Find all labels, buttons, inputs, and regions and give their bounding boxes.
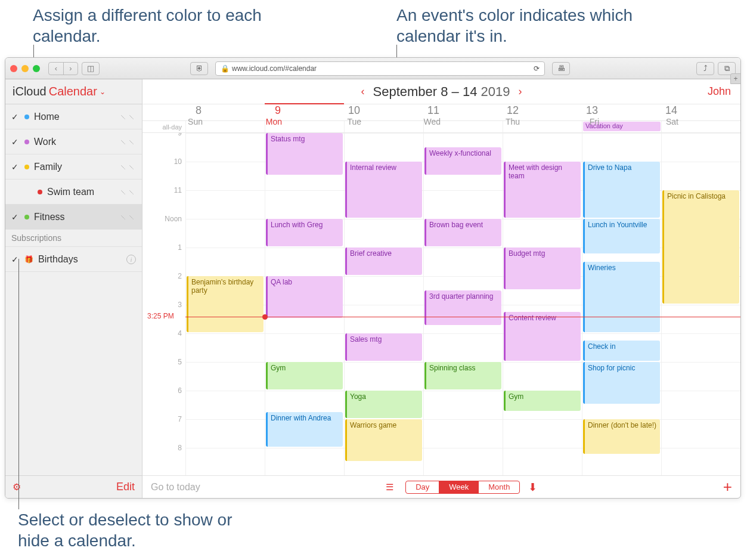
hour-label: 1	[142, 243, 185, 272]
event[interactable]: Status mtg	[266, 133, 343, 175]
day-column[interactable]: Meet with design teamBudget mtgContent r…	[503, 133, 582, 475]
broadcast-icon[interactable]: ⟍⟍	[119, 112, 136, 122]
gear-icon[interactable]: ⚙	[13, 481, 21, 493]
event[interactable]: Warriors game	[345, 419, 422, 461]
edit-button[interactable]: Edit	[116, 481, 135, 493]
calendar-item-family[interactable]: ✓Family⟍⟍	[5, 154, 142, 180]
subscriptions-header: Subscriptions	[5, 230, 142, 247]
minimize-icon[interactable]	[21, 65, 29, 72]
window-controls[interactable]	[10, 65, 40, 72]
calendar-item-work[interactable]: ✓Work⟍⟍	[5, 129, 142, 154]
event[interactable]: Budget mtg	[504, 247, 581, 289]
event[interactable]: Drive to Napa	[583, 162, 660, 218]
day-column[interactable]: Benjamin's birthday party	[185, 133, 265, 475]
event[interactable]: Brown bag event	[424, 219, 501, 246]
event[interactable]: QA lab	[266, 276, 343, 318]
event[interactable]: Picnic in Calistoga	[662, 190, 739, 304]
view-day[interactable]: Day	[406, 481, 439, 493]
sidebar-toggle-icon[interactable]: ◫	[82, 62, 100, 75]
event[interactable]: Benjamin's birthday party	[187, 276, 264, 332]
nav-back-forward[interactable]: ‹ ›	[48, 62, 78, 75]
calendar-name: Family	[34, 162, 62, 172]
callout-assign-color: Assign a different color to each calenda…	[33, 5, 271, 47]
app-switcher[interactable]: iCloud Calendar ⌄	[5, 79, 142, 104]
prev-week-button[interactable]: ‹	[353, 85, 373, 98]
go-to-today-button[interactable]: Go to today	[151, 482, 200, 493]
calendar-name: Fitness	[34, 212, 65, 222]
calendar-item-fitness[interactable]: ✓Fitness⟍⟍	[5, 205, 142, 230]
event[interactable]: Lunch in Yountville	[583, 219, 660, 253]
event[interactable]: Spinning class	[424, 362, 501, 389]
event[interactable]: Sales mtg	[345, 333, 422, 361]
day-header[interactable]: 12 Thu	[503, 104, 582, 120]
hour-label: 6	[142, 386, 185, 415]
event[interactable]: Weekly x-functional	[424, 147, 501, 175]
close-icon[interactable]	[10, 65, 17, 72]
day-column[interactable]: Drive to NapaLunch in YountvilleWineries…	[582, 133, 661, 475]
event[interactable]: Dinner (don't be late!)	[583, 419, 660, 454]
calendar-item-home[interactable]: ✓Home⟍⟍	[5, 104, 142, 129]
broadcast-icon[interactable]: ⟍⟍	[119, 187, 136, 197]
day-header[interactable]: 14 Sat	[661, 104, 740, 120]
hour-label: 4	[142, 329, 185, 358]
event[interactable]: 3rd quarter planning	[424, 290, 501, 325]
event[interactable]: Brief creative	[345, 247, 422, 275]
chevron-down-icon: ⌄	[100, 88, 106, 96]
day-column[interactable]: Internal reviewBrief creativeSales mtgYo…	[344, 133, 423, 475]
user-menu[interactable]: John	[708, 85, 731, 98]
bottom-toolbar: Go to today ☰ Day Week Month ⬇ +	[142, 475, 740, 498]
event[interactable]: Internal review	[345, 162, 422, 218]
event[interactable]: Meet with design team	[504, 162, 581, 218]
event[interactable]: Check in	[583, 341, 660, 361]
day-column[interactable]: Status mtgLunch with GregQA labGymDinner…	[265, 133, 344, 475]
day-header[interactable]: 9 Mon	[265, 104, 344, 120]
date-range-label: September 8 – 14 2019	[373, 84, 510, 100]
view-month[interactable]: Month	[478, 481, 519, 493]
hour-label: 8	[142, 444, 185, 472]
event[interactable]: Wineries	[583, 262, 660, 332]
download-icon[interactable]: ⬇	[528, 481, 537, 494]
day-header[interactable]: 13 Fri	[582, 104, 661, 120]
day-column[interactable]: Picnic in Calistoga	[661, 133, 740, 475]
broadcast-icon[interactable]: ⟍⟍	[119, 212, 136, 222]
event[interactable]: Gym	[266, 362, 343, 389]
hour-label: 11	[142, 186, 185, 215]
event[interactable]: Gym	[504, 391, 581, 411]
privacy-report-icon[interactable]: ⛨	[190, 62, 208, 75]
day-header[interactable]: 8 Sun	[185, 104, 265, 120]
day-header[interactable]: 10 Tue	[344, 104, 423, 120]
zoom-icon[interactable]	[33, 65, 40, 72]
next-week-button[interactable]: ›	[510, 85, 530, 98]
sidebar: iCloud Calendar ⌄ ✓Home⟍⟍✓Work⟍⟍✓Family⟍…	[5, 79, 142, 498]
broadcast-icon[interactable]: ⟍⟍	[119, 137, 136, 147]
week-grid[interactable]: 91011Noon12345678 Benjamin's birthday pa…	[142, 133, 740, 475]
reader-icon[interactable]: 🖶	[552, 62, 570, 75]
checkbox-icon[interactable]: ✓	[11, 112, 20, 122]
forward-icon[interactable]: ›	[63, 63, 78, 75]
view-week[interactable]: Week	[439, 481, 478, 493]
brand-label: iCloud	[13, 85, 47, 98]
event[interactable]: Shop for picnic	[583, 362, 660, 404]
event[interactable]: Lunch with Greg	[266, 219, 343, 246]
checkbox-icon[interactable]: ✓	[11, 162, 20, 172]
share-icon[interactable]: ⤴	[696, 62, 714, 75]
back-icon[interactable]: ‹	[49, 63, 63, 75]
checkbox-icon[interactable]: ✓	[11, 137, 20, 147]
broadcast-icon[interactable]: ⟍⟍	[119, 162, 136, 172]
info-icon[interactable]: i	[126, 255, 136, 264]
url-bar[interactable]: 🔒 www.icloud.com/#calendar ⟳	[215, 61, 545, 76]
day-column[interactable]: Weekly x-functionalBrown bag event3rd qu…	[423, 133, 503, 475]
event[interactable]: Dinner with Andrea	[266, 412, 343, 447]
checkbox-icon[interactable]: ✓	[11, 212, 20, 222]
event[interactable]: Yoga	[345, 391, 422, 418]
callout-line	[18, 259, 19, 509]
event[interactable]: Content review	[504, 312, 581, 361]
list-view-icon[interactable]: ☰	[386, 482, 393, 493]
subscription-item-birthdays[interactable]: ✓🎁Birthdaysi	[5, 247, 142, 272]
view-segmented-control[interactable]: Day Week Month	[405, 481, 520, 494]
add-event-button[interactable]: +	[723, 478, 732, 496]
day-header[interactable]: 11 Wed	[423, 104, 503, 120]
browser-toolbar: ‹ › ◫ ⛨ 🔒 www.icloud.com/#calendar ⟳ 🖶 ⤴…	[5, 58, 740, 79]
calendar-item-swim-team[interactable]: Swim team⟍⟍	[5, 180, 142, 205]
reload-icon[interactable]: ⟳	[534, 64, 540, 73]
